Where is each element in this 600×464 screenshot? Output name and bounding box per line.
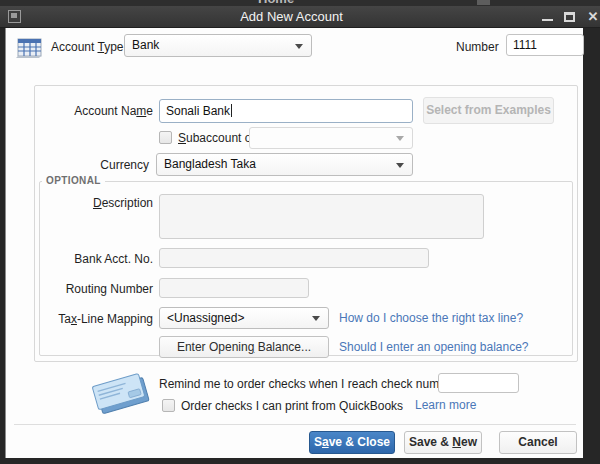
footer-divider (14, 424, 576, 425)
dialog-titlebar[interactable]: Add New Account ✕ (0, 6, 600, 28)
order-checks-checkbox[interactable] (162, 399, 175, 412)
subaccount-checkbox[interactable] (159, 131, 172, 144)
description-textarea[interactable] (159, 194, 484, 239)
account-type-label: Account Type (51, 40, 124, 54)
check-icon (86, 368, 156, 418)
routing-number-label: Routing Number (31, 282, 153, 296)
currency-value: Bangladesh Taka (164, 157, 256, 171)
account-name-label: Account Name (31, 104, 153, 118)
check-number-input[interactable] (438, 373, 519, 393)
text-caret (231, 104, 232, 117)
close-button[interactable]: ✕ (583, 6, 600, 28)
account-name-input[interactable]: Sonali Bank (159, 99, 413, 123)
account-ledger-icon (15, 36, 43, 60)
optional-legend: OPTIONAL (42, 175, 105, 186)
learn-more-link[interactable]: Learn more (415, 398, 476, 412)
chevron-down-icon (396, 163, 404, 168)
minimize-icon (542, 19, 553, 21)
cancel-button[interactable]: Cancel (499, 431, 577, 454)
subaccount-label: Subaccount of (178, 131, 255, 145)
account-type-value: Bank (132, 38, 159, 52)
maximize-icon (564, 12, 575, 22)
dialog-body: Account Type Bank Number 1111 Account Na… (5, 28, 583, 458)
currency-label: Currency (31, 158, 149, 172)
enter-opening-balance-button[interactable]: Enter Opening Balance... (159, 336, 329, 358)
currency-dropdown[interactable]: Bangladesh Taka (156, 153, 413, 176)
remind-checks-label: Remind me to order checks when I reach c… (159, 377, 456, 391)
routing-number-input[interactable] (159, 278, 309, 298)
bank-acct-input[interactable] (159, 248, 429, 268)
add-new-account-window: Home Add New Account ✕ Account Type Bank… (0, 0, 600, 464)
chevron-down-icon (295, 44, 303, 49)
tax-line-dropdown[interactable]: <Unassigned> (159, 307, 329, 329)
account-type-dropdown[interactable]: Bank (124, 34, 312, 57)
tax-line-help-link[interactable]: How do I choose the right tax line? (339, 311, 523, 325)
chevron-down-icon (396, 136, 404, 141)
minimize-button[interactable] (538, 6, 558, 28)
tax-line-label: Tax-Line Mapping (31, 312, 153, 326)
number-input[interactable]: 1111 (506, 34, 584, 56)
maximize-button[interactable] (560, 6, 580, 28)
select-from-examples-button[interactable]: Select from Examples (423, 97, 554, 124)
chevron-down-icon (312, 316, 320, 321)
bank-acct-label: Bank Acct. No. (31, 252, 153, 266)
subaccount-dropdown[interactable] (249, 127, 413, 149)
number-label: Number (456, 40, 499, 54)
background-app-chip (477, 0, 490, 5)
save-new-button[interactable]: Save & New (404, 431, 482, 454)
save-close-button[interactable]: Save & Close (309, 431, 395, 454)
opening-balance-help-link[interactable]: Should I enter an opening balance? (339, 340, 529, 354)
description-label: Description (31, 196, 153, 210)
order-checks-label: Order checks I can print from QuickBooks (181, 399, 403, 413)
dialog-title: Add New Account (0, 9, 583, 24)
